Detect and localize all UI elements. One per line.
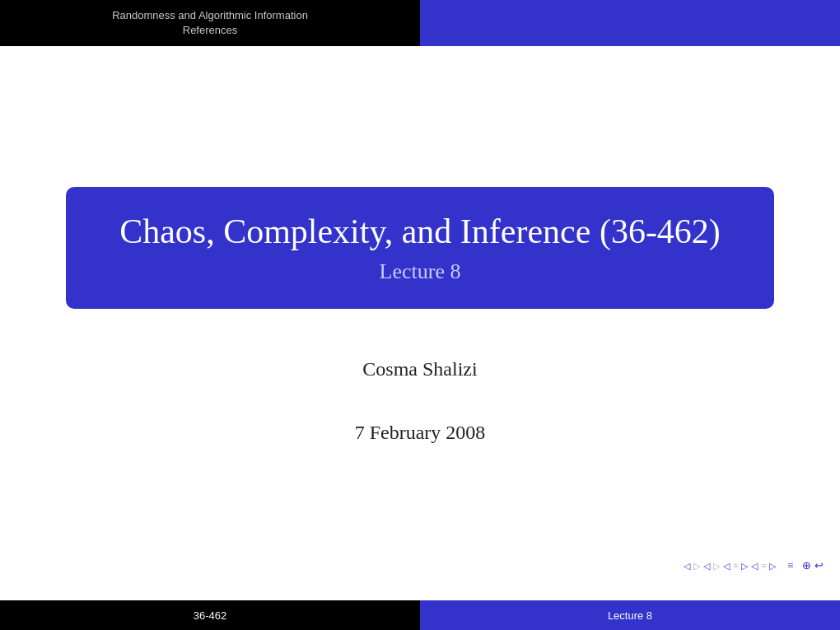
bottom-navigation-bar: 36-462 Lecture 8 <box>0 600 840 630</box>
nav-left-arrow-4[interactable]: ◁ <box>751 561 758 572</box>
navigation-controls[interactable]: ◁ ▷ ◁ ▷ ◁ ≡ ▷ ◁ ≡ ▷ ≡ ⊕ ↩ <box>684 559 824 572</box>
main-content-area: Chaos, Complexity, and Inference (36-462… <box>0 46 840 584</box>
zoom-icon[interactable]: ⊕ <box>802 559 811 572</box>
lecture-label: Lecture 8 <box>608 609 652 622</box>
top-bar-right-section <box>420 0 840 46</box>
lecture-number: Lecture 8 <box>107 259 733 284</box>
bottom-bar-right-section: Lecture 8 <box>420 600 840 630</box>
nav-right-arrow-1[interactable]: ▷ <box>741 561 748 572</box>
author-name: Cosma Shalizi <box>362 358 477 380</box>
course-title: Chaos, Complexity, and Inference (36-462… <box>107 212 733 251</box>
title-box: Chaos, Complexity, and Inference (36-462… <box>66 187 774 309</box>
top-navigation-bar: Randomness and Algorithmic Information R… <box>0 0 840 46</box>
align-icon[interactable]: ≡ <box>787 559 793 572</box>
nav-left-arrow-1[interactable]: ◁ <box>684 561 690 572</box>
back-icon[interactable]: ↩ <box>814 559 824 572</box>
lecture-date: 7 February 2008 <box>355 422 486 444</box>
bottom-bar-left-section: 36-462 <box>0 600 420 630</box>
section-title-line2: References <box>183 24 237 36</box>
section-title-line1: Randomness and Algorithmic Information <box>112 9 308 21</box>
nav-left-arrow-3[interactable]: ◁ <box>723 561 730 572</box>
nav-left-arrow-2[interactable]: ◁ <box>703 561 710 572</box>
top-bar-left-section: Randomness and Algorithmic Information R… <box>0 0 420 46</box>
course-code: 36-462 <box>194 609 226 622</box>
nav-right-arrow-2[interactable]: ▷ <box>769 561 776 572</box>
slide-section-title: Randomness and Algorithmic Information R… <box>112 8 308 38</box>
